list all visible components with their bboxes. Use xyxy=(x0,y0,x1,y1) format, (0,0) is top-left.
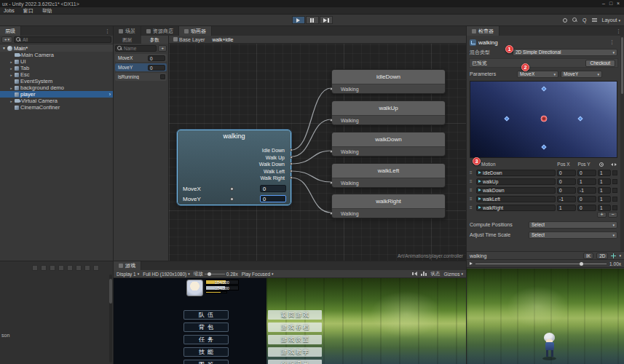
menu-help[interactable]: 帮助 xyxy=(42,7,52,15)
toolbar-icon[interactable] xyxy=(76,265,82,271)
foldout-icon[interactable]: ▸ xyxy=(9,99,13,103)
menu-jobs[interactable]: Jobs xyxy=(4,8,15,13)
preview-play-icon[interactable] xyxy=(470,262,473,265)
menu-button-codex[interactable]: 图鉴 xyxy=(183,360,229,364)
tab-hierarchy[interactable]: 层级 xyxy=(0,26,21,36)
parameter-checkbox[interactable] xyxy=(160,74,165,79)
game-viewport[interactable]: 184/300 184/300 队伍 背包 任务 技能 图鉴 返回游戏 游戏存档… xyxy=(114,278,466,364)
toolbar-icon[interactable] xyxy=(93,265,99,271)
blend-param-slider[interactable] xyxy=(210,194,260,203)
hierarchy-search-input[interactable] xyxy=(23,37,109,42)
pos-x-field[interactable]: 0 xyxy=(557,170,576,176)
menu-button-save[interactable]: 游戏存档 xyxy=(268,323,322,332)
adjust-time-scale-dropdown[interactable]: Select▾ xyxy=(529,232,617,239)
pause-button[interactable] xyxy=(306,16,319,24)
blend-tree-node[interactable]: walking Idle Down Walk Up Walk Down Walk… xyxy=(177,130,291,205)
tab-animator[interactable]: 动画器 xyxy=(179,26,212,36)
param-y-dropdown[interactable]: MoveY▾ xyxy=(561,71,602,78)
motion-object-field[interactable]: idleDown xyxy=(476,170,556,176)
motion-node[interactable]: walkDown Walking xyxy=(331,132,446,157)
stats-icon[interactable] xyxy=(421,272,427,276)
step-button[interactable] xyxy=(320,16,333,24)
speed-field[interactable]: 1 xyxy=(598,196,611,202)
tab-inspector[interactable]: 检查器 xyxy=(467,26,499,36)
menu-button-team[interactable]: 队伍 xyxy=(183,310,229,320)
motion-node[interactable]: walkUp Walking xyxy=(331,100,446,125)
input-port-icon[interactable] xyxy=(330,212,333,215)
mirror-checkbox[interactable] xyxy=(612,205,617,210)
breadcrumb-state[interactable]: walk+idle xyxy=(212,37,233,42)
maximize-button[interactable]: □ xyxy=(607,0,615,7)
toolbar-icon[interactable] xyxy=(32,265,38,271)
timeline-track[interactable] xyxy=(475,264,607,264)
breadcrumb-base-layer[interactable]: Base Layer xyxy=(173,37,205,42)
toolbar-icon[interactable] xyxy=(50,265,55,271)
display-dropdown[interactable]: Display 1▾ xyxy=(116,272,139,277)
gizmos-dropdown[interactable]: Gizmos▾ xyxy=(443,272,463,277)
blend-preview-handle[interactable] xyxy=(540,115,547,122)
foldout-icon[interactable]: ▸ xyxy=(9,60,13,64)
drag-handle-icon[interactable]: ≡ xyxy=(470,170,475,175)
add-parameter-button[interactable]: + xyxy=(158,45,167,52)
timeline-handle[interactable] xyxy=(580,262,583,266)
pos-y-field[interactable]: 1 xyxy=(577,178,596,185)
output-port-icon[interactable] xyxy=(290,162,293,165)
tab-layers[interactable]: 图层 xyxy=(114,36,141,44)
motion-object-field[interactable]: walkUp xyxy=(476,178,556,185)
motion-object-field[interactable]: walkDown xyxy=(476,187,556,194)
output-port-icon[interactable] xyxy=(290,170,293,173)
tab-parameters[interactable]: 参数 xyxy=(141,36,169,44)
blend-space-graph[interactable] xyxy=(470,81,617,158)
pos-y-field[interactable]: 0 xyxy=(577,205,596,211)
hierarchy-item[interactable]: ▸ background demo xyxy=(0,84,113,91)
account-icon[interactable] xyxy=(563,18,567,23)
toolbar-icon[interactable] xyxy=(41,265,47,271)
asset-name[interactable]: walking xyxy=(478,39,604,46)
play-focused-dropdown[interactable]: Play Focused▾ xyxy=(242,272,274,277)
pos-y-field[interactable]: -1 xyxy=(577,187,596,194)
input-port-icon[interactable] xyxy=(330,150,333,153)
toolbar-icon[interactable] xyxy=(58,265,64,271)
toolbar-icon[interactable] xyxy=(84,265,90,271)
input-port-icon[interactable] xyxy=(330,181,333,184)
motion-object-field[interactable]: walkRight xyxy=(476,205,556,211)
mirror-checkbox[interactable] xyxy=(612,170,617,175)
playback-speed[interactable]: 1.00x xyxy=(609,261,621,266)
input-port-icon[interactable] xyxy=(330,87,333,90)
foldout-open-icon[interactable]: ▼ xyxy=(2,46,6,50)
parameter-value-field[interactable]: 0 xyxy=(148,65,165,71)
compute-positions-dropdown[interactable]: Select▾ xyxy=(529,221,617,229)
hierarchy-item[interactable]: ▸ Tab xyxy=(0,65,113,71)
input-port-icon[interactable] xyxy=(330,119,333,122)
pivot-axis-icon[interactable] xyxy=(611,253,616,258)
blend-type-dropdown[interactable]: 2D Simple Directional▾ xyxy=(513,49,617,56)
menu-window[interactable]: 窗口 xyxy=(23,7,33,15)
parameter-search-input[interactable] xyxy=(124,46,154,51)
speed-field[interactable]: 1 xyxy=(598,187,611,194)
scrollbar[interactable] xyxy=(620,36,624,251)
chevron-down-icon[interactable]: ▾ xyxy=(619,253,621,258)
asset-menu-icon[interactable]: ⋮ xyxy=(607,39,617,45)
tab-scene[interactable]: 场景 xyxy=(114,26,141,36)
2d-toggle[interactable]: 2D xyxy=(596,253,608,259)
panel-menu-icon[interactable]: ⋮ xyxy=(102,26,113,36)
hierarchy-search[interactable] xyxy=(14,36,111,43)
pos-x-field[interactable]: 0 xyxy=(557,178,576,185)
close-button[interactable]: × xyxy=(615,0,622,7)
blend-param-value[interactable]: 0 xyxy=(260,185,286,192)
slider-knob[interactable] xyxy=(208,272,211,276)
output-port-icon[interactable] xyxy=(290,176,293,179)
blend-point[interactable] xyxy=(577,116,582,121)
blend-point[interactable] xyxy=(541,145,546,150)
play-button[interactable] xyxy=(292,16,305,24)
slider-knob[interactable] xyxy=(230,187,234,191)
hierarchy-item[interactable]: EventSystem xyxy=(0,78,113,84)
motion-node[interactable]: walkLeft Walking xyxy=(331,163,446,188)
parameter-row[interactable]: MoveX 0 xyxy=(115,54,167,62)
stats-toggle[interactable]: 状态 xyxy=(430,271,440,277)
pos-x-field[interactable]: -1 xyxy=(557,196,576,202)
slider-knob[interactable] xyxy=(230,197,234,201)
foldout-icon[interactable]: ▸ xyxy=(9,66,13,71)
menu-button-skill[interactable]: 技能 xyxy=(183,347,229,357)
motion-node[interactable]: idleDown Walking xyxy=(331,69,446,94)
